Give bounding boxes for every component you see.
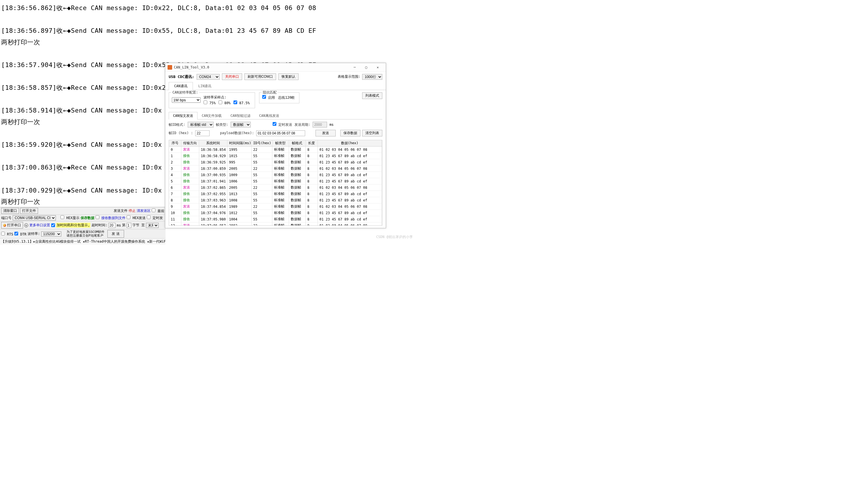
column-header[interactable]: 长度	[305, 140, 318, 146]
frame-from-input[interactable]	[127, 223, 131, 228]
table-cell: 22	[251, 165, 272, 172]
table-row[interactable]: 0发送18:36:58.854199522标准帧数据帧801 02 03 04 …	[169, 146, 382, 153]
baud-select[interactable]: 115200	[41, 231, 61, 237]
sample-80-checkbox[interactable]: 80%	[218, 101, 231, 105]
table-cell: 接收	[181, 197, 199, 203]
close-port-button[interactable]: 关闭串口	[222, 73, 242, 80]
baudrate-select[interactable]: 1M bps	[172, 97, 201, 103]
timeout-unit: ms	[117, 223, 121, 228]
table-cell: 数据帧	[289, 178, 305, 184]
table-cell: 55	[251, 191, 272, 197]
table-row[interactable]: 8接收18:37:03.963100855标准帧数据帧801 23 45 67 …	[169, 197, 382, 203]
com-select[interactable]: COM24	[197, 74, 220, 80]
column-header[interactable]: 序号	[169, 140, 181, 146]
table-cell: 11	[169, 216, 181, 222]
topmost-checkbox[interactable]: 最前	[152, 209, 164, 214]
close-button[interactable]: ✕	[372, 63, 384, 71]
refresh-icon[interactable]: ↻	[24, 223, 28, 228]
table-cell: 标准帧	[272, 178, 289, 184]
column-header[interactable]: 帧类型	[272, 140, 289, 146]
timed-send-checkbox[interactable]: 定时发送	[273, 122, 292, 127]
recv-to-file-checkbox[interactable]: 接收数据到文件	[95, 215, 125, 220]
minimize-button[interactable]: ─	[349, 63, 360, 71]
sample-875-checkbox[interactable]: 87.5%	[233, 101, 250, 105]
table-row[interactable]: 12发送18:37:06.857200222标准帧数据帧801 02 03 04…	[169, 222, 382, 226]
table-cell: 2005	[227, 165, 251, 172]
table-cell: 1006	[227, 178, 251, 184]
column-header[interactable]: 时间间隔(ms)	[227, 140, 251, 146]
clear-window-button[interactable]: 清除窗口	[1, 208, 19, 214]
restore-defaults-button[interactable]: 恢复默认	[279, 73, 299, 80]
timestamp-checkbox[interactable]	[51, 223, 55, 227]
table-cell: 18:36:59.925	[199, 159, 227, 165]
baudrate-fieldset: CAN波特率配置: 1M bps 波特率采样点: 75% 80% 87.5%	[169, 92, 255, 108]
hex-send-checkbox[interactable]: HEX发送	[127, 215, 146, 220]
table-cell: 01 23 45 67 89 ab cd ef	[318, 178, 382, 184]
table-cell: 01 23 45 67 89 ab cd ef	[318, 159, 382, 165]
maximize-button[interactable]: ▢	[360, 63, 372, 71]
table-cell: 1015	[227, 153, 251, 159]
port-select[interactable]: COM4 USB-SERIAL CH340	[13, 215, 56, 220]
tab-lin[interactable]: LIN通讯	[193, 82, 217, 90]
table-row[interactable]: 6发送18:37:02.865200522标准帧数据帧801 02 03 04 …	[169, 184, 382, 191]
clear-send-button[interactable]: 清发送区	[137, 209, 150, 213]
save-data-button[interactable]: 保存数据	[340, 130, 360, 137]
table-cell: 10	[169, 210, 181, 216]
stop-button[interactable]: 停止	[129, 209, 136, 213]
column-header[interactable]: ID号(hex)	[251, 140, 272, 146]
table-row[interactable]: 3发送18:37:00.859200522标准帧数据帧801 02 03 04 …	[169, 165, 382, 172]
more-settings-link[interactable]: 更多串口设置	[29, 223, 50, 228]
column-header[interactable]: 数据(hex)	[318, 140, 382, 146]
table-cell: 8	[305, 165, 318, 172]
table-cell: 7	[169, 191, 181, 197]
impedance-enable-checkbox[interactable]: 启用	[262, 95, 275, 100]
console-line	[1, 48, 413, 59]
column-header[interactable]: 传输方向	[181, 140, 199, 146]
column-header[interactable]: 系统时间	[199, 140, 227, 146]
table-cell: 1009	[227, 172, 251, 178]
subtab-offline[interactable]: CAN离线发送	[255, 112, 284, 120]
table-row[interactable]: 5接收18:37:01.941100655标准帧数据帧801 23 45 67 …	[169, 178, 382, 184]
table-row[interactable]: 7接收18:37:02.955101355标准帧数据帧801 23 45 67 …	[169, 191, 382, 197]
table-row[interactable]: 1接收18:36:58.929101555标准帧数据帧801 23 45 67 …	[169, 153, 382, 159]
tab-can[interactable]: CAN通讯	[169, 82, 193, 90]
table-cell: 数据帧	[289, 184, 305, 191]
refresh-com-button[interactable]: 刷新可用COM口	[245, 73, 276, 80]
save-data-button[interactable]: 保存数据	[81, 216, 94, 220]
titlebar[interactable]: CAN_LIN_Tool_V3.0 ─ ▢ ✕	[165, 63, 386, 72]
send-can-button[interactable]: 发送	[316, 130, 336, 137]
timeout-input[interactable]	[108, 223, 115, 228]
table-row[interactable]: 10接收18:37:04.976101255标准帧数据帧801 23 45 67…	[169, 210, 382, 216]
frame-to-select[interactable]: 末尾	[146, 223, 159, 228]
table-cell: 发送	[181, 165, 199, 172]
open-file-button[interactable]: 打开文件	[20, 208, 38, 214]
frame-type-label: 帧类型:	[216, 122, 228, 127]
range-select[interactable]: 1000行	[362, 74, 382, 80]
table-row[interactable]: 9发送18:37:04.854198922标准帧数据帧801 02 03 04 …	[169, 203, 382, 210]
timed-send-checkbox[interactable]: 定时发	[147, 215, 163, 220]
frame-fmt-select[interactable]: 标准帧 std	[188, 122, 214, 127]
send-button[interactable]: 发 送	[107, 230, 124, 238]
sample-75-checkbox[interactable]: 75%	[203, 101, 216, 105]
dtr-checkbox[interactable]: DTR	[14, 232, 26, 236]
open-port-button[interactable]: 打开串口	[1, 222, 23, 229]
list-mode-button[interactable]: 列表模式	[362, 92, 382, 99]
payload-input[interactable]	[256, 130, 305, 136]
rts-checkbox[interactable]: RTS	[1, 232, 13, 236]
send-file-button[interactable]: 发送文件	[114, 209, 127, 213]
table-row[interactable]: 4接收18:37:00.935100955标准帧数据帧801 23 45 67 …	[169, 172, 382, 178]
subtab-file[interactable]: CAN文件加载	[197, 112, 226, 120]
table-cell: 8	[305, 146, 318, 153]
clear-list-button[interactable]: 清空列表	[362, 130, 382, 137]
subtab-filter[interactable]: CAN智能过滤	[226, 112, 255, 120]
hex-display-checkbox[interactable]: HEX显示	[60, 215, 79, 220]
frame-id-input[interactable]	[195, 130, 210, 136]
can-lin-tool-window: CAN_LIN_Tool_V3.0 ─ ▢ ✕ USB CDC通讯: COM24…	[165, 63, 386, 228]
subtab-send[interactable]: CAN报文发送	[169, 112, 197, 120]
column-header[interactable]: 帧格式	[289, 140, 305, 146]
period-input[interactable]	[313, 122, 327, 127]
table-row[interactable]: 11接收18:37:05.980100455标准帧数据帧801 23 45 67…	[169, 216, 382, 222]
frame-type-select[interactable]: 数据帧	[231, 122, 251, 127]
can-datagrid[interactable]: 序号传输方向系统时间时间间隔(ms)ID号(hex)帧类型帧格式长度数据(hex…	[169, 140, 382, 226]
table-row[interactable]: 2接收18:36:59.92599555标准帧数据帧801 23 45 67 8…	[169, 159, 382, 165]
